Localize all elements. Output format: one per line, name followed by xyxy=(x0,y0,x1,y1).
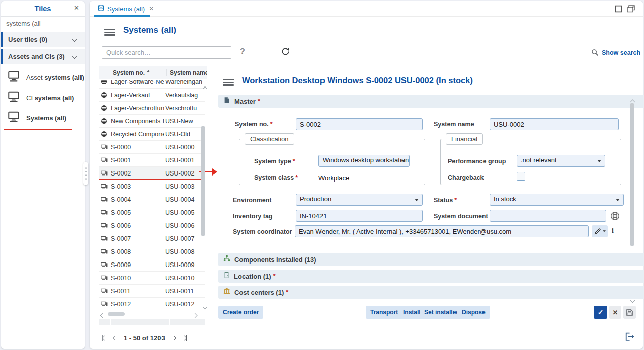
cancel-button[interactable]: ✕ xyxy=(609,306,621,319)
info-icon[interactable]: i xyxy=(612,227,614,235)
status-select[interactable]: In stock xyxy=(490,194,624,206)
dropdown-caret-icon xyxy=(401,160,406,162)
scroll-down-icon[interactable] xyxy=(203,302,207,311)
tab-close-icon[interactable]: ✕ xyxy=(149,5,154,12)
create-order-button[interactable]: Create order xyxy=(218,306,263,319)
list-menu-icon[interactable] xyxy=(104,27,115,37)
list-item[interactable]: S-0010 USU-0010 xyxy=(99,272,205,285)
detail-vertical-scrollbar[interactable] xyxy=(630,103,634,246)
show-search-link[interactable]: Show search xyxy=(591,49,640,56)
list-item[interactable]: Lager-Software-Neu Wareneingan xyxy=(99,80,205,89)
location-door-icon xyxy=(223,272,230,281)
list-item[interactable]: S-0007 USU-0007 xyxy=(99,232,205,245)
confirm-button[interactable]: ✓ xyxy=(594,306,607,319)
list-item[interactable]: S-0005 USU-0005 xyxy=(99,206,205,219)
column-system-name[interactable]: System name xyxy=(166,69,207,76)
quick-search-input[interactable] xyxy=(102,46,231,59)
sidebar-item-systems-all[interactable]: Systems (all) xyxy=(1,108,85,128)
tiles-close-icon[interactable]: ✕ xyxy=(74,4,79,12)
stock-location-icon xyxy=(99,105,111,111)
next-page-button[interactable] xyxy=(172,336,176,340)
system-list-rows: Lager-Software-Neu Wareneingan Lager-Ver… xyxy=(99,80,205,310)
scroll-right-icon[interactable] xyxy=(193,310,197,319)
system-name-cell: Wareneingan xyxy=(164,80,204,85)
tiles-panel: Tiles ✕ ✕ User tiles (0) Assets and CIs … xyxy=(1,1,85,349)
computer-icon xyxy=(99,275,111,281)
system-name-cell: USU-0001 xyxy=(164,157,204,164)
section-cost-centers[interactable]: Cost centers (1)* xyxy=(218,286,644,299)
help-icon[interactable]: ? xyxy=(240,47,245,56)
system-class-value: Workplace xyxy=(318,174,349,182)
list-vertical-scrollbar[interactable] xyxy=(201,126,205,236)
chevron-down-icon xyxy=(72,37,77,42)
system-document-field[interactable] xyxy=(490,210,606,222)
last-page-button[interactable] xyxy=(183,335,187,341)
edit-coordinator-button[interactable] xyxy=(592,225,608,237)
first-page-button[interactable] xyxy=(102,335,106,341)
tiles-search-input[interactable] xyxy=(6,20,95,27)
list-item[interactable]: S-0009 USU-0009 xyxy=(99,258,205,272)
list-item[interactable]: S-0003 USU-0003 xyxy=(99,180,205,193)
inventory-tag-field[interactable] xyxy=(296,210,423,222)
dispose-button[interactable]: Dispose xyxy=(457,306,490,319)
sidebar-item-asset-systems-all[interactable]: Asset systems (all) xyxy=(1,67,85,88)
system-type-select[interactable]: Windows desktop workstation xyxy=(318,155,410,167)
scroll-up-icon[interactable] xyxy=(203,83,207,93)
list-item[interactable]: S-0008 USU-0008 xyxy=(99,245,205,258)
system-no-cell: S-0003 xyxy=(111,183,164,190)
section-location[interactable]: Location (1)* xyxy=(218,270,644,283)
export-exit-icon[interactable] xyxy=(622,330,636,343)
system-no-cell: S-0011 xyxy=(111,288,164,295)
list-item[interactable]: S-0011 USU-0011 xyxy=(99,285,205,298)
list-item[interactable]: S-0012 USU-0012 xyxy=(99,298,205,310)
list-item[interactable]: S-0004 USU-0004 xyxy=(99,193,205,206)
performance-group-select[interactable]: .not relevant xyxy=(517,155,605,167)
system-name-cell: USU-0006 xyxy=(164,222,204,229)
computer-icon xyxy=(99,184,111,190)
system-name-field[interactable] xyxy=(490,118,619,130)
chargeback-checkbox[interactable] xyxy=(517,172,525,181)
scroll-left-icon[interactable] xyxy=(101,310,104,319)
list-item[interactable]: S-0001 USU-0001 xyxy=(99,154,205,167)
tab-systems-all[interactable]: Systems (all) ✕ xyxy=(94,1,158,16)
maximize-icon[interactable] xyxy=(615,5,623,13)
detail-menu-icon[interactable] xyxy=(223,77,234,88)
chevron-down-icon xyxy=(72,54,77,59)
components-icon xyxy=(223,255,230,264)
system-class-label: System class* xyxy=(254,174,298,181)
section-assets-cis-label: Assets and CIs (3) xyxy=(8,53,65,60)
performance-group-label: Performance group xyxy=(448,158,506,165)
computer-icon xyxy=(99,288,111,294)
close-all-tabs-icon[interactable] xyxy=(627,5,635,13)
show-search-label: Show search xyxy=(602,49,640,56)
save-button[interactable] xyxy=(623,306,636,319)
system-no-cell: S-0012 xyxy=(111,301,164,308)
list-item[interactable]: Lager-Verkauf Verkaufslag xyxy=(99,89,205,102)
globe-icon[interactable] xyxy=(609,210,620,221)
section-components-installed[interactable]: Components installed (13) xyxy=(218,253,644,266)
computer-icon xyxy=(99,249,111,255)
list-item[interactable]: S-0000 USU-0000 xyxy=(99,141,205,154)
system-no-field[interactable] xyxy=(296,118,423,130)
list-item[interactable]: Lager-Verschrottung Verschrottu xyxy=(99,102,205,115)
system-no-label: System no.* xyxy=(235,121,273,128)
column-system-no[interactable]: System no. xyxy=(99,69,166,76)
list-item[interactable]: Recycled Componen... USU-Old xyxy=(99,128,205,141)
sidebar-item-ci-systems-all[interactable]: CI systems (all) xyxy=(1,88,85,108)
system-coordinator-field[interactable] xyxy=(295,225,589,237)
list-item[interactable]: S-0006 USU-0006 xyxy=(99,219,205,232)
environment-select[interactable]: Production xyxy=(296,194,423,206)
section-master[interactable]: Master* xyxy=(218,95,644,108)
transport-button[interactable]: Transport xyxy=(366,306,403,319)
tiles-search: ✕ xyxy=(1,16,85,30)
section-user-tiles[interactable]: User tiles (0) xyxy=(1,32,85,47)
list-item[interactable]: New Components R... USU-New xyxy=(99,115,205,128)
system-name-cell: USU-0000 xyxy=(164,144,204,151)
refresh-icon[interactable] xyxy=(281,47,290,58)
section-user-tiles-label: User tiles (0) xyxy=(8,36,47,43)
prev-page-button[interactable] xyxy=(113,336,117,340)
section-assets-cis[interactable]: Assets and CIs (3) xyxy=(1,49,85,64)
financial-legend: Financial xyxy=(446,133,483,145)
panel-splitter-handle[interactable] xyxy=(83,162,88,185)
list-horizontal-scrollbar[interactable] xyxy=(108,312,125,316)
